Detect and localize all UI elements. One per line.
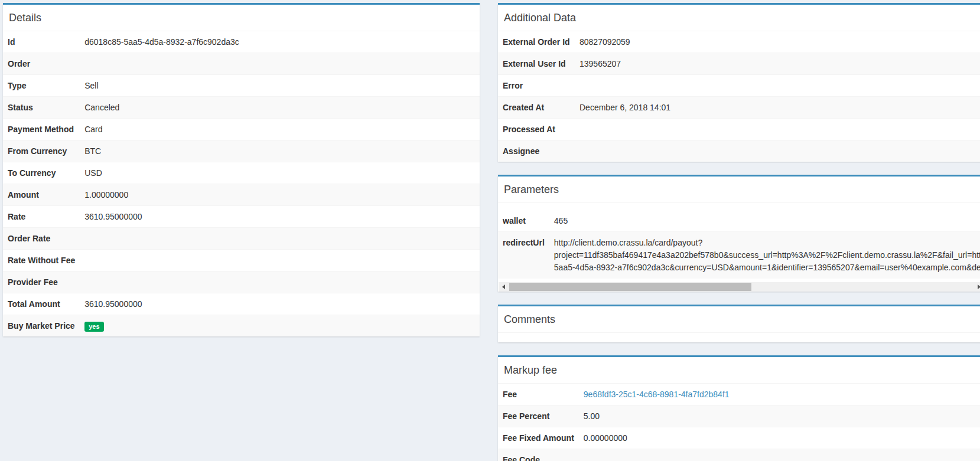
row-label: Id xyxy=(3,31,80,53)
row-value: 9e68fdf3-25c1-4c68-8981-4fa7fd2b84f1 xyxy=(579,384,980,406)
details-table: Idd6018c85-5aa5-4d5a-8932-a7f6c902da3c O… xyxy=(3,31,480,336)
markup-fee-panel-title: Markup fee xyxy=(498,357,980,384)
row-value xyxy=(575,140,980,162)
row-value: Card xyxy=(80,119,480,140)
parameters-table: wallet 465 redirectUrl http://client.dem… xyxy=(498,210,980,279)
row-value: 3610.95000000 xyxy=(80,206,480,228)
additional-data-panel-title: Additional Data xyxy=(498,5,980,31)
redirect-url-lines: http://client.demo.crassu.la/card/payout… xyxy=(554,237,980,274)
row-value: 0.00000000 xyxy=(579,427,980,449)
row-label: Rate xyxy=(3,206,80,228)
table-row: Fee 9e68fdf3-25c1-4c68-8981-4fa7fd2b84f1 xyxy=(498,384,980,406)
markup-fee-table: Fee 9e68fdf3-25c1-4c68-8981-4fa7fd2b84f1… xyxy=(498,384,980,461)
redirect-url-line: http://client.demo.crassu.la/card/payout… xyxy=(554,237,980,249)
table-row: Fee Fixed Amount0.00000000 xyxy=(498,427,980,449)
row-label: Fee Percent xyxy=(498,406,579,427)
redirect-url-line: 5aa5-4d5a-8932-a7f6c902da3c&currency=USD… xyxy=(554,261,980,274)
row-value xyxy=(80,53,480,75)
row-label: Status xyxy=(3,97,80,119)
row-label: Order Rate xyxy=(3,228,80,250)
table-row: StatusCanceled xyxy=(3,97,480,119)
row-value: d6018c85-5aa5-4d5a-8932-a7f6c902da3c xyxy=(80,31,480,53)
row-label: Rate Without Fee xyxy=(3,250,80,272)
row-value: 1.00000000 xyxy=(80,184,480,206)
row-label: To Currency xyxy=(3,162,80,184)
row-value: December 6, 2018 14:01 xyxy=(575,97,980,119)
table-row: Order Rate xyxy=(3,228,480,250)
row-label: Error xyxy=(498,75,575,97)
row-value xyxy=(575,119,980,140)
fee-id-link[interactable]: 9e68fdf3-25c1-4c68-8981-4fa7fd2b84f1 xyxy=(584,390,730,399)
table-row: Processed At xyxy=(498,119,980,140)
table-row: External Order Id80827092059 xyxy=(498,31,980,53)
table-row: Payment MethodCard xyxy=(3,119,480,140)
row-label: Payment Method xyxy=(3,119,80,140)
row-label: External Order Id xyxy=(498,31,575,53)
left-column: Details Idd6018c85-5aa5-4d5a-8932-a7f6c9… xyxy=(3,3,480,461)
table-row: Total Amount3610.95000000 xyxy=(3,293,480,315)
table-row: wallet 465 xyxy=(498,210,980,232)
row-value xyxy=(575,75,980,97)
row-label: redirectUrl xyxy=(498,232,549,279)
row-value: Sell xyxy=(80,75,480,97)
row-value: BTC xyxy=(80,140,480,162)
row-value: 80827092059 xyxy=(575,31,980,53)
table-row: TypeSell xyxy=(3,75,480,97)
details-panel: Details Idd6018c85-5aa5-4d5a-8932-a7f6c9… xyxy=(3,3,480,336)
row-label: Fee xyxy=(498,384,579,406)
table-row: Buy Market Priceyes xyxy=(3,315,480,337)
comments-body xyxy=(498,333,980,342)
row-label: Provider Fee xyxy=(3,272,80,293)
row-label: Buy Market Price xyxy=(3,315,80,337)
row-value xyxy=(80,228,480,250)
table-row: Amount1.00000000 xyxy=(3,184,480,206)
row-label: External User Id xyxy=(498,53,575,75)
redirect-url-value: http://client.demo.crassu.la/card/payout… xyxy=(549,232,980,279)
row-label: Fee Code xyxy=(498,449,579,461)
row-value: Canceled xyxy=(80,97,480,119)
scrollbar-right-arrow-icon[interactable] xyxy=(974,282,980,292)
table-row: External User Id139565207 xyxy=(498,53,980,75)
row-label: Order xyxy=(3,53,80,75)
additional-data-table: External Order Id80827092059 External Us… xyxy=(498,31,980,162)
row-label: Amount xyxy=(3,184,80,206)
table-row: Error xyxy=(498,75,980,97)
scrollbar-left-arrow-icon[interactable] xyxy=(499,282,509,292)
parameters-panel-title: Parameters xyxy=(498,176,980,203)
table-row: Fee Percent5.00 xyxy=(498,406,980,427)
table-row: Rate3610.95000000 xyxy=(3,206,480,228)
comments-panel: Comments xyxy=(498,305,980,342)
row-label: From Currency xyxy=(3,140,80,162)
row-label: Total Amount xyxy=(3,293,80,315)
table-row: To CurrencyUSD xyxy=(3,162,480,184)
redirect-url-line: project=11df385baf469417e4a3a202bef578b0… xyxy=(554,249,980,261)
table-row: Order xyxy=(3,53,480,75)
row-value: 139565207 xyxy=(575,53,980,75)
row-label: Fee Fixed Amount xyxy=(498,427,579,449)
row-value xyxy=(80,250,480,272)
scrollbar-thumb[interactable] xyxy=(509,283,751,291)
row-value: 3610.95000000 xyxy=(80,293,480,315)
row-value xyxy=(80,272,480,293)
page: Details Idd6018c85-5aa5-4d5a-8932-a7f6c9… xyxy=(0,0,980,461)
row-label: Processed At xyxy=(498,119,575,140)
horizontal-scrollbar[interactable] xyxy=(499,282,980,292)
row-value: yes xyxy=(80,315,480,337)
comments-panel-title: Comments xyxy=(498,306,980,333)
table-row: Fee Code xyxy=(498,449,980,461)
table-row: redirectUrl http://client.demo.crassu.la… xyxy=(498,232,980,279)
row-label: Type xyxy=(3,75,80,97)
table-row: Rate Without Fee xyxy=(3,250,480,272)
parameters-panel: Parameters wallet 465 redirectUrl http:/… xyxy=(498,175,980,292)
row-label: Created At xyxy=(498,97,575,119)
row-label: Assignee xyxy=(498,140,575,162)
table-row: Provider Fee xyxy=(3,272,480,293)
table-row: Idd6018c85-5aa5-4d5a-8932-a7f6c902da3c xyxy=(3,31,480,53)
additional-data-panel: Additional Data External Order Id8082709… xyxy=(498,3,980,162)
markup-fee-panel: Markup fee Fee 9e68fdf3-25c1-4c68-8981-4… xyxy=(498,355,980,461)
table-row: From CurrencyBTC xyxy=(3,140,480,162)
right-column: Additional Data External Order Id8082709… xyxy=(498,3,980,461)
row-value: 465 xyxy=(549,210,980,232)
table-row: Assignee xyxy=(498,140,980,162)
row-value: 5.00 xyxy=(579,406,980,427)
